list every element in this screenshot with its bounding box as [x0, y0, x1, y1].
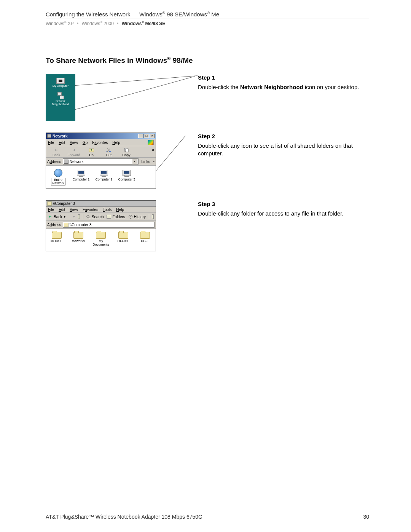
- folder-office[interactable]: OFFICE: [116, 232, 131, 249]
- folder-label: msworks: [72, 240, 85, 243]
- menu-go[interactable]: Go: [83, 141, 88, 145]
- links-chevron[interactable]: »: [153, 160, 155, 163]
- computer-3-icon[interactable]: Computer 3: [117, 169, 137, 181]
- search-button[interactable]: Search: [86, 214, 104, 219]
- breadcrumb: Windows® XP • Windows® 2000 • Windows® M…: [46, 21, 369, 26]
- arrow-left-icon: [48, 215, 53, 219]
- footer-product: AT&T Plug&Share™ Wireless Notebook Adapt…: [46, 514, 202, 520]
- folder-label: PG95: [141, 240, 150, 243]
- folder-icon: [107, 215, 111, 219]
- menu-file[interactable]: File: [48, 208, 54, 212]
- folder-icon: [140, 232, 150, 239]
- folder-pg95[interactable]: PG95: [138, 232, 153, 249]
- icon-label: My Computer: [53, 85, 68, 88]
- toolbar-chevron[interactable]: »: [152, 148, 154, 152]
- icon-label: Computer 2: [96, 178, 112, 181]
- folder-icon: [52, 232, 62, 239]
- address-bar: Address Network ▾ Links »: [46, 158, 156, 166]
- folder-mouse[interactable]: MOUSE: [49, 232, 64, 249]
- menu-help[interactable]: Help: [112, 141, 120, 145]
- address-field[interactable]: \\Computer 3: [63, 222, 155, 228]
- history-button[interactable]: History: [128, 214, 146, 219]
- cut-button[interactable]: Cut: [100, 147, 118, 157]
- address-field[interactable]: Network ▾: [63, 158, 139, 165]
- menu-file[interactable]: File: [48, 141, 54, 145]
- copy-icon: [123, 147, 129, 153]
- monitor-icon: [56, 78, 65, 84]
- menu-view[interactable]: View: [70, 141, 78, 145]
- window-titlebar[interactable]: \\Computer 3: [46, 201, 156, 207]
- folder-msworks[interactable]: msworks: [71, 232, 86, 249]
- step-2-text: Double-click any icon to see a list of a…: [198, 142, 369, 158]
- folder-icon: [64, 223, 68, 227]
- screenshot-computer3-window: \\Computer 3 File Edit View Favorites To…: [46, 200, 156, 251]
- search-icon: [86, 214, 91, 219]
- monitor-icon: [77, 170, 85, 176]
- step-1-text: Double-click the Network Neighborhood ic…: [198, 83, 369, 91]
- folder-view: MOUSE msworks MyDocuments OFFICE PG95: [46, 229, 156, 251]
- maximize-button[interactable]: □: [144, 134, 149, 138]
- menu-help[interactable]: Help: [116, 208, 124, 212]
- app-icon: [47, 134, 51, 138]
- menu-bar: File Edit View Favorites Tools Help: [46, 207, 156, 213]
- folder-my-documents[interactable]: MyDocuments: [93, 232, 109, 249]
- menu-tools[interactable]: Tools: [103, 208, 112, 212]
- window-titlebar[interactable]: Network _ □ ×: [46, 133, 156, 139]
- step-2-label: Step 2: [198, 133, 369, 140]
- back-button[interactable]: Back ▼: [48, 215, 66, 219]
- menu-edit[interactable]: Edit: [59, 141, 65, 145]
- menu-view[interactable]: View: [70, 208, 78, 212]
- screenshot-desktop: My Computer NetworkNeighborhood: [46, 74, 75, 121]
- breadcrumb-sep: •: [117, 21, 118, 26]
- address-value: \\Computer 3: [70, 223, 92, 227]
- menu-bar: File Edit View Go Favorites Help: [46, 139, 156, 146]
- menu-edit[interactable]: Edit: [59, 208, 65, 212]
- toolbar: Back ▼ ▾ Search Folders: [46, 213, 156, 221]
- step-3-text: Double-click any folder for access to an…: [198, 210, 369, 217]
- page-footer: AT&T Plug&Share™ Wireless Notebook Adapt…: [46, 514, 369, 520]
- section-title: To Share Network Files in Windows® 98/Me: [46, 56, 369, 65]
- page-number: 30: [363, 514, 369, 520]
- extra-button-icon[interactable]: [152, 214, 154, 219]
- desktop-icon-my-computer[interactable]: My Computer: [53, 78, 68, 88]
- address-label: Address: [47, 223, 61, 227]
- arrow-right-icon[interactable]: [69, 215, 70, 219]
- folder-label: MyDocuments: [93, 240, 109, 246]
- back-button[interactable]: Back: [48, 147, 65, 157]
- links-label[interactable]: Links: [140, 160, 151, 164]
- arrow-left-icon: [53, 147, 59, 153]
- minimize-button[interactable]: _: [138, 134, 143, 138]
- svg-point-5: [87, 215, 89, 217]
- menu-favorites[interactable]: Favorites: [92, 141, 108, 145]
- folders-button[interactable]: Folders: [107, 215, 125, 219]
- header-text-a: Configuring the Wireless Network — Windo…: [46, 11, 162, 18]
- folder-label: OFFICE: [118, 240, 129, 243]
- folder-label: MOUSE: [51, 240, 62, 243]
- monitor-icon: [100, 170, 108, 176]
- copy-button[interactable]: Copy: [118, 147, 135, 157]
- menu-favorites[interactable]: Favorites: [83, 208, 98, 212]
- step-1-label: Step 1: [198, 74, 369, 81]
- monitor-icon: [123, 170, 131, 176]
- up-button[interactable]: Up: [83, 147, 100, 157]
- dropdown-button[interactable]: ▾: [132, 159, 137, 164]
- computer-1-icon[interactable]: Computer 1: [71, 169, 91, 181]
- desktop-icon-network-neighborhood[interactable]: NetworkNeighborhood: [52, 92, 69, 105]
- close-button[interactable]: ×: [150, 134, 155, 138]
- entire-network-icon[interactable]: EntireNetwork: [48, 169, 68, 185]
- svg-rect-4: [126, 149, 128, 152]
- window-title: Network: [53, 134, 67, 138]
- breadcrumb-item-current: Windows® Me/98 SE: [122, 21, 165, 26]
- icon-label: NetworkNeighborhood: [52, 100, 69, 105]
- address-bar: Address \\Computer 3: [46, 221, 156, 229]
- bold-term: Network Neighborhood: [240, 84, 303, 90]
- computer-2-icon[interactable]: Computer 2: [94, 169, 114, 181]
- brand-logo-icon: [148, 140, 154, 145]
- page-header-title: Configuring the Wireless Network — Windo…: [46, 11, 369, 19]
- reg-mark: ®: [162, 11, 165, 15]
- address-label: Address: [47, 160, 61, 164]
- folder-up-icon: [88, 147, 94, 153]
- breadcrumb-item-xp: Windows® XP: [46, 21, 74, 26]
- folder-up-icon[interactable]: [78, 214, 80, 219]
- forward-button[interactable]: Forward: [65, 147, 83, 157]
